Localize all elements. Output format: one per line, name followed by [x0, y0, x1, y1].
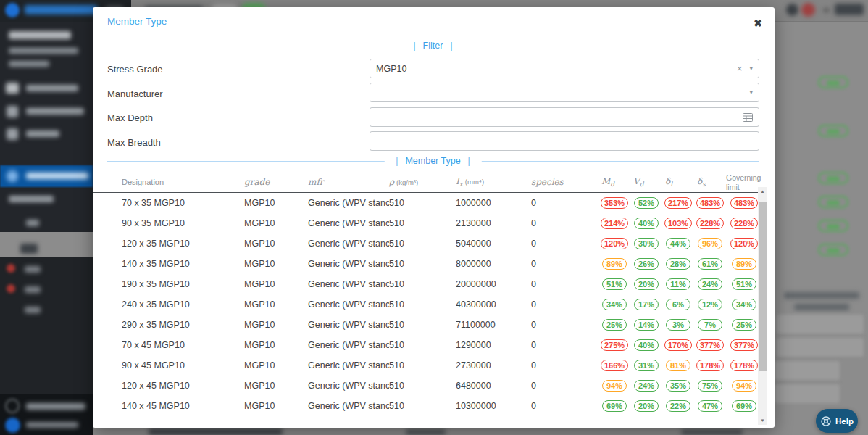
utilisation-badge: 30% — [634, 238, 659, 249]
cell-ix: 1000000 — [456, 198, 531, 208]
close-icon[interactable]: ✖ — [750, 15, 766, 31]
table-row[interactable]: 70 x 45 MGP10 MGP10 Generic (WPV stanc 5… — [93, 335, 759, 355]
col-dl: δl — [662, 177, 694, 188]
col-rho: ρ(kg/m³) — [389, 178, 456, 188]
cell-governing: 178% — [726, 360, 762, 371]
cell-mfr: Generic (WPV stanc — [308, 360, 389, 370]
cell-governing: 483% — [726, 197, 762, 209]
datasheet-icon[interactable] — [743, 113, 753, 122]
cell-governing: 89% — [726, 258, 762, 270]
table-row[interactable]: 240 x 35 MGP10 MGP10 Generic (WPV stanc … — [93, 294, 759, 315]
blurred-speaker-icon — [6, 83, 19, 94]
cell-ds: 12% — [694, 299, 726, 310]
utilisation-badge: 20% — [634, 278, 659, 290]
utilisation-badge: 51% — [602, 278, 627, 290]
cell-species: 0 — [531, 299, 598, 310]
cell-dl: 22% — [662, 400, 694, 412]
table-row[interactable]: 120 x 35 MGP10 MGP10 Generic (WPV stanc … — [93, 233, 759, 254]
utilisation-badge: 7% — [698, 319, 722, 331]
cell-ds: 228% — [694, 218, 726, 229]
stress-grade-select[interactable]: MGP10 × ▾ — [370, 59, 759, 78]
cell-designation: 140 x 35 MGP10 — [122, 259, 244, 269]
max-breadth-input[interactable] — [370, 131, 759, 151]
member-type-modal: Member Type ✖ |Filter| Stress Grade MGP1… — [93, 7, 775, 428]
blurred-pass-badge — [818, 196, 848, 208]
table-row[interactable]: 190 x 35 MGP10 MGP10 Generic (WPV stanc … — [93, 274, 759, 294]
clear-icon[interactable]: × — [737, 64, 743, 73]
blurred-bottom-text — [149, 428, 283, 435]
blurred-sidebar-item — [26, 108, 84, 115]
cell-vd: 31% — [630, 360, 662, 371]
blurred-calc-item — [25, 266, 41, 273]
utilisation-badge: 24% — [698, 278, 722, 290]
table-scrollbar[interactable]: ▲ ▼ — [758, 187, 767, 425]
cell-dl: 3% — [662, 319, 694, 331]
table-row[interactable]: 140 x 35 MGP10 MGP10 Generic (WPV stanc … — [93, 254, 759, 274]
cell-mfr: Generic (WPV stanc — [308, 279, 389, 289]
blurred-bg-input — [775, 384, 840, 403]
blurred-sidebar-item — [26, 130, 59, 137]
sidebar-footer — [0, 394, 93, 435]
table-row[interactable]: 70 x 35 MGP10 MGP10 Generic (WPV stanc 5… — [93, 193, 759, 213]
table-row[interactable]: 120 x 45 MGP10 MGP10 Generic (WPV stanc … — [93, 376, 759, 396]
utilisation-badge: 12% — [698, 299, 722, 310]
blurred-calculations-label — [9, 196, 54, 202]
cell-ds: 61% — [694, 258, 726, 270]
scroll-down-icon[interactable]: ▼ — [758, 416, 767, 425]
cell-vd: 26% — [630, 258, 662, 270]
table-row[interactable]: 140 x 45 MGP10 MGP10 Generic (WPV stanc … — [93, 396, 759, 416]
blurred-calc-item — [25, 307, 41, 313]
chevron-down-icon[interactable]: ▾ — [749, 89, 753, 96]
cell-md: 166% — [598, 360, 630, 371]
table-row[interactable]: 290 x 35 MGP10 MGP10 Generic (WPV stanc … — [93, 315, 759, 335]
cell-rho: 510 — [389, 401, 456, 411]
cell-dl: 217% — [662, 197, 694, 209]
cell-grade: MGP10 — [244, 381, 308, 391]
blurred-bg-text — [794, 304, 849, 310]
filter-section-divider: |Filter| — [107, 40, 759, 51]
utilisation-badge: 47% — [698, 400, 722, 412]
manufacturer-select[interactable]: ▾ — [370, 83, 759, 102]
cell-dl: 81% — [662, 360, 694, 371]
cell-ds: 178% — [694, 360, 726, 371]
modal-title: Member Type — [107, 16, 167, 27]
blurred-job-number — [9, 61, 49, 67]
manufacturer-label: Manufacturer — [107, 88, 163, 99]
blurred-error-dot — [7, 284, 15, 293]
cell-rho: 510 — [389, 239, 456, 249]
scroll-up-icon[interactable]: ▲ — [758, 187, 767, 196]
utilisation-badge: 353% — [601, 197, 628, 209]
cell-governing: 25% — [726, 319, 762, 331]
utilisation-badge: 228% — [730, 218, 758, 229]
cell-rho: 510 — [389, 320, 456, 330]
utilisation-badge: 28% — [666, 258, 690, 270]
help-button[interactable]: Help — [816, 409, 858, 433]
table-row[interactable]: 90 x 45 MGP10 MGP10 Generic (WPV stanc 5… — [93, 355, 759, 376]
utilisation-badge: 166% — [601, 360, 628, 371]
table-row[interactable]: 90 x 35 MGP10 MGP10 Generic (WPV stanc 5… — [93, 213, 759, 233]
cell-grade: MGP10 — [244, 401, 308, 411]
max-breadth-label: Max Breadth — [107, 137, 161, 148]
cell-ix: 8000000 — [456, 259, 531, 269]
cell-vd: 17% — [630, 299, 662, 310]
cell-rho: 510 — [389, 279, 456, 289]
blurred-error-dot — [7, 264, 15, 273]
cell-designation: 70 x 45 MGP10 — [122, 340, 244, 350]
cell-md: 89% — [598, 258, 630, 270]
max-depth-input[interactable] — [370, 107, 759, 127]
cell-governing: 94% — [726, 380, 762, 392]
cell-grade: MGP10 — [244, 259, 308, 269]
cell-ix: 71100000 — [456, 320, 531, 330]
chevron-down-icon[interactable]: ▾ — [749, 65, 753, 72]
utilisation-badge: 120% — [730, 238, 758, 249]
cell-grade: MGP10 — [244, 299, 308, 310]
blurred-app-logo-text — [25, 5, 97, 14]
cell-dl: 35% — [662, 380, 694, 392]
cell-mfr: Generic (WPV stanc — [308, 259, 389, 269]
cell-dl: 11% — [662, 278, 694, 290]
cell-grade: MGP10 — [244, 198, 308, 208]
cell-vd: 30% — [630, 238, 662, 249]
scrollbar-thumb[interactable] — [759, 202, 767, 371]
utilisation-badge: 69% — [732, 400, 756, 412]
blurred-schedule-icon — [7, 106, 18, 117]
